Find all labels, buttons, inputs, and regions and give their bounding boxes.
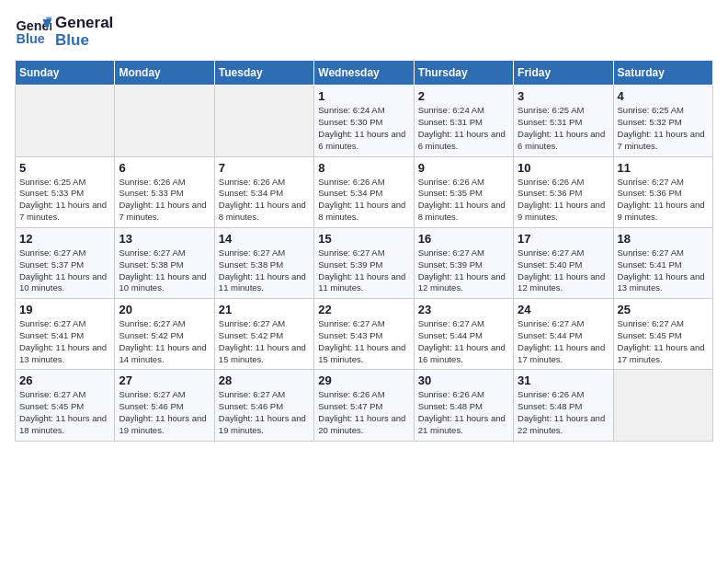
calendar-cell: 3Sunrise: 6:25 AM Sunset: 5:31 PM Daylig…: [514, 86, 613, 156]
day-number: 12: [19, 232, 110, 246]
day-header-tuesday: Tuesday: [214, 61, 313, 86]
calendar-cell: 23Sunrise: 6:27 AM Sunset: 5:44 PM Dayli…: [414, 299, 513, 370]
day-info: Sunrise: 6:27 AM Sunset: 5:39 PM Dayligh…: [318, 247, 409, 294]
day-info: Sunrise: 6:27 AM Sunset: 5:37 PM Dayligh…: [19, 247, 110, 294]
day-number: 21: [219, 303, 310, 316]
day-number: 2: [418, 89, 509, 103]
header: General Blue General Blue: [15, 15, 713, 49]
day-info: Sunrise: 6:27 AM Sunset: 5:41 PM Dayligh…: [19, 318, 110, 365]
day-number: 7: [219, 161, 310, 175]
calendar-cell: [16, 86, 115, 156]
day-number: 26: [19, 373, 110, 387]
day-info: Sunrise: 6:26 AM Sunset: 5:35 PM Dayligh…: [418, 177, 509, 224]
day-number: 30: [418, 373, 509, 387]
day-info: Sunrise: 6:27 AM Sunset: 5:46 PM Dayligh…: [119, 389, 210, 436]
day-number: 1: [318, 89, 409, 103]
day-number: 17: [518, 232, 609, 246]
day-number: 5: [19, 161, 110, 175]
calendar-cell: 20Sunrise: 6:27 AM Sunset: 5:42 PM Dayli…: [115, 299, 214, 370]
day-number: 3: [518, 89, 609, 103]
day-info: Sunrise: 6:26 AM Sunset: 5:47 PM Dayligh…: [318, 389, 409, 436]
calendar-cell: 25Sunrise: 6:27 AM Sunset: 5:45 PM Dayli…: [613, 299, 712, 370]
day-number: 8: [318, 161, 409, 175]
calendar-cell: 29Sunrise: 6:26 AM Sunset: 5:47 PM Dayli…: [314, 370, 414, 441]
day-number: 27: [119, 373, 210, 387]
day-number: 23: [418, 303, 509, 316]
day-number: 31: [518, 373, 609, 387]
calendar-table: SundayMondayTuesdayWednesdayThursdayFrid…: [15, 60, 713, 441]
day-number: 6: [119, 161, 210, 175]
day-number: 4: [618, 89, 709, 103]
calendar-cell: 18Sunrise: 6:27 AM Sunset: 5:41 PM Dayli…: [613, 227, 712, 298]
calendar-cell: 5Sunrise: 6:25 AM Sunset: 5:33 PM Daylig…: [16, 156, 115, 227]
calendar-cell: 21Sunrise: 6:27 AM Sunset: 5:42 PM Dayli…: [214, 299, 313, 370]
day-info: Sunrise: 6:25 AM Sunset: 5:31 PM Dayligh…: [518, 105, 609, 152]
day-header-monday: Monday: [115, 61, 214, 86]
day-info: Sunrise: 6:24 AM Sunset: 5:31 PM Dayligh…: [418, 105, 509, 152]
calendar-cell: 27Sunrise: 6:27 AM Sunset: 5:46 PM Dayli…: [115, 370, 214, 441]
day-info: Sunrise: 6:27 AM Sunset: 5:44 PM Dayligh…: [518, 318, 609, 365]
day-info: Sunrise: 6:25 AM Sunset: 5:33 PM Dayligh…: [19, 177, 110, 224]
day-number: 24: [518, 303, 609, 316]
calendar-cell: 11Sunrise: 6:27 AM Sunset: 5:36 PM Dayli…: [613, 156, 712, 227]
day-info: Sunrise: 6:27 AM Sunset: 5:38 PM Dayligh…: [219, 247, 310, 294]
calendar-cell: 31Sunrise: 6:26 AM Sunset: 5:48 PM Dayli…: [514, 370, 613, 441]
day-info: Sunrise: 6:27 AM Sunset: 5:39 PM Dayligh…: [418, 247, 509, 294]
logo: General Blue General Blue: [15, 15, 113, 49]
logo-blue: Blue: [55, 32, 113, 50]
day-info: Sunrise: 6:26 AM Sunset: 5:36 PM Dayligh…: [518, 177, 609, 224]
logo-general: General: [55, 15, 113, 32]
calendar-cell: 2Sunrise: 6:24 AM Sunset: 5:31 PM Daylig…: [414, 86, 513, 156]
day-number: 18: [618, 232, 709, 246]
calendar-cell: [613, 370, 712, 441]
day-header-saturday: Saturday: [613, 61, 712, 86]
day-info: Sunrise: 6:26 AM Sunset: 5:48 PM Dayligh…: [518, 389, 609, 436]
svg-text:Blue: Blue: [17, 31, 45, 46]
day-info: Sunrise: 6:27 AM Sunset: 5:46 PM Dayligh…: [219, 389, 310, 436]
week-row-1: 5Sunrise: 6:25 AM Sunset: 5:33 PM Daylig…: [16, 156, 713, 227]
day-info: Sunrise: 6:26 AM Sunset: 5:34 PM Dayligh…: [318, 177, 409, 224]
calendar-cell: 6Sunrise: 6:26 AM Sunset: 5:33 PM Daylig…: [115, 156, 214, 227]
day-number: 22: [318, 303, 409, 316]
day-info: Sunrise: 6:27 AM Sunset: 5:38 PM Dayligh…: [119, 247, 210, 294]
day-header-friday: Friday: [514, 61, 613, 86]
day-info: Sunrise: 6:27 AM Sunset: 5:36 PM Dayligh…: [618, 177, 709, 224]
week-row-3: 19Sunrise: 6:27 AM Sunset: 5:41 PM Dayli…: [16, 299, 713, 370]
day-number: 28: [219, 373, 310, 387]
calendar-cell: 7Sunrise: 6:26 AM Sunset: 5:34 PM Daylig…: [214, 156, 313, 227]
day-number: 29: [318, 373, 409, 387]
week-row-4: 26Sunrise: 6:27 AM Sunset: 5:45 PM Dayli…: [16, 370, 713, 441]
calendar-cell: 17Sunrise: 6:27 AM Sunset: 5:40 PM Dayli…: [514, 227, 613, 298]
calendar-cell: 1Sunrise: 6:24 AM Sunset: 5:30 PM Daylig…: [314, 86, 414, 156]
calendar-cell: 16Sunrise: 6:27 AM Sunset: 5:39 PM Dayli…: [414, 227, 513, 298]
calendar-cell: 26Sunrise: 6:27 AM Sunset: 5:45 PM Dayli…: [16, 370, 115, 441]
calendar-cell: 14Sunrise: 6:27 AM Sunset: 5:38 PM Dayli…: [214, 227, 313, 298]
calendar-cell: 4Sunrise: 6:25 AM Sunset: 5:32 PM Daylig…: [613, 86, 712, 156]
calendar-header-row: SundayMondayTuesdayWednesdayThursdayFrid…: [16, 61, 713, 86]
calendar-cell: [214, 86, 313, 156]
day-info: Sunrise: 6:24 AM Sunset: 5:30 PM Dayligh…: [318, 105, 409, 152]
day-info: Sunrise: 6:27 AM Sunset: 5:42 PM Dayligh…: [219, 318, 310, 365]
day-number: 9: [418, 161, 509, 175]
day-number: 13: [119, 232, 210, 246]
day-number: 11: [618, 161, 709, 175]
day-header-sunday: Sunday: [16, 61, 115, 86]
day-info: Sunrise: 6:27 AM Sunset: 5:43 PM Dayligh…: [318, 318, 409, 365]
day-number: 14: [219, 232, 310, 246]
day-info: Sunrise: 6:27 AM Sunset: 5:45 PM Dayligh…: [19, 389, 110, 436]
day-info: Sunrise: 6:26 AM Sunset: 5:34 PM Dayligh…: [219, 177, 310, 224]
day-number: 25: [618, 303, 709, 316]
calendar-cell: [115, 86, 214, 156]
day-info: Sunrise: 6:26 AM Sunset: 5:33 PM Dayligh…: [119, 177, 210, 224]
day-info: Sunrise: 6:27 AM Sunset: 5:41 PM Dayligh…: [618, 247, 709, 294]
day-info: Sunrise: 6:27 AM Sunset: 5:40 PM Dayligh…: [518, 247, 609, 294]
calendar-cell: 13Sunrise: 6:27 AM Sunset: 5:38 PM Dayli…: [115, 227, 214, 298]
day-info: Sunrise: 6:27 AM Sunset: 5:45 PM Dayligh…: [618, 318, 709, 365]
calendar-cell: 15Sunrise: 6:27 AM Sunset: 5:39 PM Dayli…: [314, 227, 414, 298]
calendar-cell: 19Sunrise: 6:27 AM Sunset: 5:41 PM Dayli…: [16, 299, 115, 370]
calendar-cell: 24Sunrise: 6:27 AM Sunset: 5:44 PM Dayli…: [514, 299, 613, 370]
day-info: Sunrise: 6:25 AM Sunset: 5:32 PM Dayligh…: [618, 105, 709, 152]
calendar-cell: 12Sunrise: 6:27 AM Sunset: 5:37 PM Dayli…: [16, 227, 115, 298]
calendar-cell: 10Sunrise: 6:26 AM Sunset: 5:36 PM Dayli…: [514, 156, 613, 227]
calendar-cell: 28Sunrise: 6:27 AM Sunset: 5:46 PM Dayli…: [214, 370, 313, 441]
